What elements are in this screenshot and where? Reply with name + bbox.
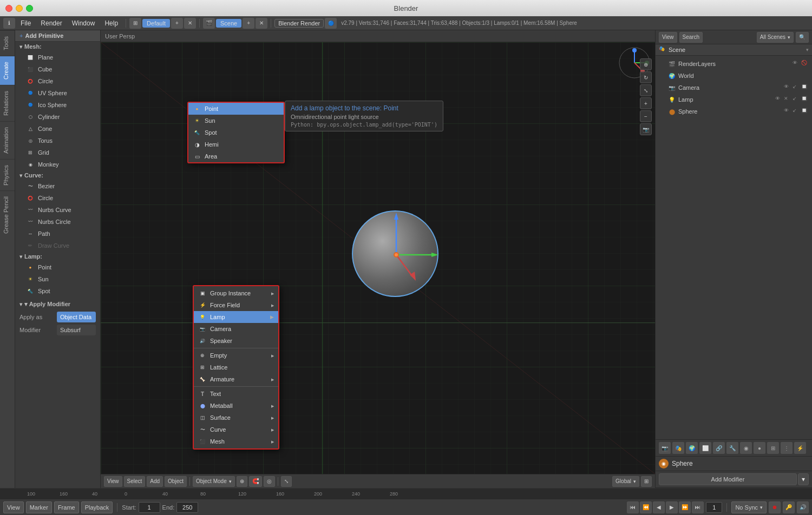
scene-tab[interactable]: Scene [216, 19, 241, 28]
render-layers-eye[interactable]: 👁 [793, 60, 800, 68]
add-menu-text[interactable]: Text [194, 388, 278, 400]
tab-physics[interactable]: Physics [0, 159, 15, 191]
vp-object-btn[interactable]: Object [165, 476, 187, 487]
lamp-sun-option[interactable]: Sun [188, 115, 284, 127]
curve-path[interactable]: Path [15, 228, 100, 240]
tree-camera[interactable]: 📷 Camera 👁 ↙ 🔲 [656, 82, 812, 94]
lamp-sun[interactable]: Sun [15, 273, 100, 285]
close-workspace[interactable]: ✕ [184, 18, 196, 29]
tab-relations[interactable]: Relations [0, 85, 15, 121]
lamp-point[interactable]: Point [15, 261, 100, 273]
curve-nurbs[interactable]: Nurbs Curve [15, 204, 100, 216]
tab-grease-pencil[interactable]: Grease Pencil [0, 190, 15, 239]
camera-render[interactable]: 🔲 [801, 84, 809, 91]
start-frame-input[interactable] [139, 502, 160, 513]
add-workspace[interactable]: + [171, 18, 183, 29]
curve-nurbs-circle[interactable]: Nurbs Circle [15, 216, 100, 228]
add-menu-lamp[interactable]: Lamp ▶ [194, 311, 278, 323]
tl-keying-btn[interactable]: 🔑 [783, 501, 795, 513]
rotate-tool[interactable]: ↻ [640, 71, 652, 83]
lamp-x[interactable]: ✕ [784, 96, 791, 103]
pb-jump-end[interactable]: ⏭ [692, 501, 704, 513]
lamp-area-option[interactable]: ▭ Area [188, 150, 284, 162]
lamp-spot[interactable]: Spot [15, 285, 100, 297]
minimize-button[interactable] [16, 5, 23, 12]
lamp-spot-option[interactable]: Spot [188, 127, 284, 138]
tab-tools[interactable]: Tools [0, 30, 15, 56]
add-menu-lattice[interactable]: Lattice [194, 361, 278, 373]
tl-playback-btn[interactable]: Playback [81, 501, 113, 513]
menu-render[interactable]: Render [36, 18, 66, 28]
menu-window[interactable]: Window [68, 18, 100, 28]
sphere-render[interactable]: 🔲 [801, 108, 809, 115]
vp-proportional-btn[interactable]: ◎ [264, 476, 275, 487]
end-frame-input[interactable] [176, 502, 198, 513]
viewport-canvas[interactable]: ⊕ ↻ ⤡ + − 📷 Group Instance [101, 42, 655, 474]
mesh-torus[interactable]: Torus [15, 135, 100, 147]
viewport[interactable]: User Persp [101, 30, 655, 488]
layout-icon[interactable]: ⊞ [129, 18, 141, 29]
vp-add-btn[interactable]: Add [147, 476, 163, 487]
vp-transform-btn[interactable]: ⤡ [281, 476, 292, 487]
prop-texture[interactable]: ⊞ [767, 442, 779, 454]
prop-object[interactable]: ⬜ [699, 442, 711, 454]
close-scene[interactable]: ✕ [256, 18, 267, 29]
prop-particles[interactable]: ⋮ [781, 442, 793, 454]
add-menu-force-field[interactable]: Force Field [194, 299, 278, 311]
zoom-in[interactable]: + [640, 97, 652, 109]
pb-play-back[interactable]: ◀ [653, 501, 665, 513]
mesh-section-header[interactable]: Mesh: [15, 42, 100, 51]
add-menu-metaball[interactable]: Metaball [194, 400, 278, 412]
camera-eye[interactable]: 👁 [784, 84, 791, 91]
zoom-out[interactable]: − [640, 110, 652, 122]
mesh-uvsphere[interactable]: UV Sphere [15, 87, 100, 99]
render-layers-restrict[interactable]: 🚫 [801, 60, 809, 68]
mesh-cylinder[interactable]: Cylinder [15, 111, 100, 123]
pb-play-forward[interactable]: ▶ [666, 501, 678, 513]
close-button[interactable] [5, 5, 12, 12]
curve-circle[interactable]: Circle [15, 192, 100, 204]
modifier-dropdown-arrow[interactable]: ▾ [798, 473, 809, 485]
tab-animation[interactable]: Animation [0, 121, 15, 159]
info-icon-btn[interactable]: ℹ [3, 18, 15, 29]
tl-audio-btn[interactable]: 🔊 [797, 501, 809, 513]
prop-modifier[interactable]: 🔧 [726, 442, 738, 454]
sync-btn[interactable]: No Sync ▾ [731, 501, 767, 513]
all-scenes-btn[interactable]: All Scenes ▾ [757, 32, 794, 43]
mesh-grid[interactable]: Grid [15, 147, 100, 159]
sphere-eye[interactable]: 👁 [784, 108, 791, 115]
prop-render[interactable]: 📷 [659, 442, 671, 454]
add-primitive-header[interactable]: + Add Primitive [15, 30, 100, 42]
menu-file[interactable]: File [16, 18, 35, 28]
tree-render-layers[interactable]: 🎬 RenderLayers 👁 🚫 [656, 58, 812, 70]
search-icon-btn[interactable]: 🔍 [796, 32, 809, 43]
add-menu-curve[interactable]: Curve [194, 424, 278, 435]
add-menu-mesh[interactable]: Mesh [194, 435, 278, 447]
menu-help[interactable]: Help [100, 18, 122, 28]
maximize-button[interactable] [26, 5, 33, 12]
vp-view-btn[interactable]: View [104, 476, 122, 487]
render-engine[interactable]: Blender Render [274, 19, 324, 28]
lamp-eye[interactable]: 👁 [775, 96, 783, 103]
camera-restrict[interactable]: ↙ [793, 84, 800, 91]
lamp-hemi-option[interactable]: ◑ Hemi [188, 138, 284, 150]
tl-frame-btn[interactable]: Frame [54, 501, 79, 513]
prop-data[interactable]: ◉ [740, 442, 752, 454]
add-menu-group-instance[interactable]: Group Instance [194, 287, 278, 299]
vp-global-btn[interactable]: Global ▾ [612, 476, 639, 487]
workspace-default[interactable]: Default [142, 19, 170, 28]
tab-create[interactable]: Create [0, 56, 15, 85]
vp-pivot-btn[interactable]: ⊕ [237, 476, 247, 487]
vp-layer-btn[interactable]: ⊞ [641, 476, 652, 487]
prop-world[interactable]: 🌍 [686, 442, 698, 454]
add-menu-armature[interactable]: Armature [194, 373, 278, 385]
curve-draw[interactable]: Draw Curve [15, 240, 100, 252]
pb-next-keyframe[interactable]: ⏩ [679, 501, 691, 513]
scene-icon[interactable]: 🎬 [203, 18, 215, 29]
mesh-cube[interactable]: Cube [15, 63, 100, 75]
rp-search-btn[interactable]: Search [679, 32, 703, 43]
pb-jump-start[interactable]: ⏮ [627, 501, 639, 513]
rp-view-btn[interactable]: View [659, 32, 677, 43]
lamp-restrict[interactable]: ↙ [793, 96, 800, 103]
prop-material[interactable]: ● [754, 442, 765, 454]
